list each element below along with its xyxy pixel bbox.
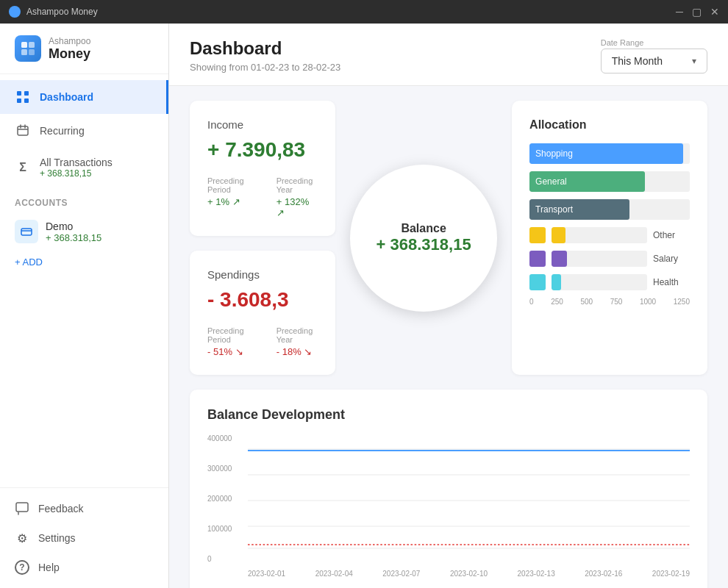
alloc-bar-general: General bbox=[529, 171, 645, 192]
settings-icon: ⚙ bbox=[15, 531, 29, 545]
main-header: Dashboard Showing from 01-02-23 to 28-02… bbox=[169, 24, 728, 86]
maximize-button[interactable]: ▢ bbox=[692, 6, 702, 18]
alloc-row-shopping: Shopping bbox=[529, 143, 690, 164]
spendings-label: Spendings bbox=[207, 268, 318, 281]
sidebar-item-feedback[interactable]: Feedback bbox=[0, 494, 168, 523]
income-preceding-year-label: Preceding Year bbox=[276, 176, 318, 194]
sidebar-item-recurring[interactable]: Recurring bbox=[0, 114, 168, 148]
income-card: Income + 7.390,83 Preceding Period + 1% … bbox=[190, 101, 335, 236]
minimize-button[interactable]: ─ bbox=[676, 6, 683, 18]
alloc-row-salary: Salary bbox=[529, 251, 690, 267]
income-label: Income bbox=[207, 118, 318, 131]
svg-rect-3 bbox=[29, 49, 35, 55]
page-subtitle: Showing from 01-02-23 to 28-02-23 bbox=[190, 62, 340, 73]
allocation-title: Allocation bbox=[529, 118, 690, 132]
balance-overlay: Balance + 368.318,15 bbox=[350, 101, 497, 375]
spendings-preceding-year-label: Preceding Year bbox=[276, 326, 318, 344]
alloc-color-other bbox=[529, 227, 546, 243]
sidebar-item-help[interactable]: ? Help bbox=[0, 553, 168, 582]
alloc-color-health bbox=[529, 274, 546, 290]
sidebar-bottom: Feedback ⚙ Settings ? Help bbox=[0, 487, 168, 588]
income-preceding-period-label: Preceding Period bbox=[207, 176, 254, 194]
svg-rect-4 bbox=[17, 91, 21, 96]
dashboard-grid: Income + 7.390,83 Preceding Period + 1% … bbox=[169, 86, 728, 588]
svg-rect-6 bbox=[17, 98, 21, 103]
chart-x-labels: 2023-02-012023-02-042023-02-072023-02-10… bbox=[248, 570, 690, 578]
balance-development-card: Balance Development 40000030000020000010… bbox=[190, 390, 707, 588]
transactions-icon: Σ bbox=[15, 159, 31, 176]
date-range-button[interactable]: This Month ▾ bbox=[601, 49, 707, 74]
dashboard-icon bbox=[15, 89, 31, 105]
svg-rect-2 bbox=[21, 49, 27, 55]
accounts-section-label: Accounts bbox=[0, 187, 168, 212]
help-icon: ? bbox=[15, 560, 29, 575]
sidebar-item-recurring-label: Recurring bbox=[40, 125, 85, 137]
alloc-row-health: Health bbox=[529, 274, 690, 290]
top-section: Income + 7.390,83 Preceding Period + 1% … bbox=[190, 101, 707, 375]
page-title: Dashboard bbox=[190, 38, 340, 59]
balance-dev-chart: 4000003000002000001000000 2 bbox=[207, 434, 690, 578]
income-preceding-period-value: + 1% ↗ bbox=[207, 196, 254, 207]
sidebar-item-dashboard-label: Dashboard bbox=[40, 91, 93, 103]
feedback-icon bbox=[15, 501, 29, 516]
add-account-label: + ADD bbox=[15, 257, 43, 268]
account-name: Demo bbox=[46, 220, 101, 232]
balance-dev-title: Balance Development bbox=[207, 407, 690, 423]
date-range-label: Date Range bbox=[601, 38, 707, 47]
alloc-row-transport: Transport bbox=[529, 199, 690, 220]
svg-rect-0 bbox=[21, 42, 27, 48]
allocation-chart: ShoppingGeneralTransportOtherSalaryHealt… bbox=[529, 143, 690, 290]
alloc-color-salary bbox=[529, 251, 546, 267]
recurring-icon bbox=[15, 123, 31, 139]
spendings-preceding-year-value: - 18% ↘ bbox=[276, 346, 318, 357]
spendings-value: - 3.608,3 bbox=[207, 288, 318, 312]
chart-y-labels: 4000003000002000001000000 bbox=[207, 434, 232, 563]
spendings-preceding-period-label: Preceding Period bbox=[207, 326, 254, 344]
logo-icon bbox=[15, 35, 41, 62]
settings-label: Settings bbox=[38, 532, 76, 544]
logo-app: Money bbox=[49, 46, 90, 62]
allocation-card: Allocation ShoppingGeneralTransportOther… bbox=[512, 101, 707, 375]
balance-label: Balance bbox=[401, 222, 446, 235]
sidebar-item-dashboard[interactable]: Dashboard bbox=[0, 80, 168, 114]
window-controls[interactable]: ─ ▢ ✕ bbox=[676, 6, 719, 18]
logo-brand: Ashampoo bbox=[49, 36, 90, 46]
balance-circle: Balance + 368.318,15 bbox=[350, 165, 497, 312]
app-icon bbox=[9, 6, 21, 18]
spendings-preceding-period-value: - 51% ↘ bbox=[207, 346, 254, 357]
spendings-card: Spendings - 3.608,3 Preceding Period - 5… bbox=[190, 251, 335, 375]
date-range-selector: Date Range This Month ▾ bbox=[601, 38, 707, 74]
sidebar-item-settings[interactable]: ⚙ Settings bbox=[0, 523, 168, 553]
alloc-row-other: Other bbox=[529, 227, 690, 243]
chevron-down-icon: ▾ bbox=[692, 56, 696, 66]
income-value: + 7.390,83 bbox=[207, 138, 318, 162]
svg-rect-12 bbox=[21, 229, 32, 235]
title-bar-text: Ashampoo Money bbox=[26, 7, 98, 17]
sidebar: Ashampoo Money Dashboard bbox=[0, 24, 169, 588]
title-bar: Ashampoo Money ─ ▢ ✕ bbox=[0, 0, 728, 24]
balance-value: + 368.318,15 bbox=[377, 235, 471, 254]
left-stats: Income + 7.390,83 Preceding Period + 1% … bbox=[190, 101, 335, 375]
close-button[interactable]: ✕ bbox=[710, 6, 719, 18]
add-account-button[interactable]: + ADD bbox=[0, 251, 168, 273]
date-range-value: This Month bbox=[612, 55, 663, 67]
svg-rect-14 bbox=[16, 503, 28, 512]
svg-rect-8 bbox=[18, 126, 28, 135]
svg-rect-7 bbox=[24, 98, 29, 103]
alloc-bar-shopping: Shopping bbox=[529, 143, 683, 164]
account-balance: + 368.318,15 bbox=[46, 232, 101, 243]
sidebar-item-transactions-label: All Transactions bbox=[40, 157, 113, 168]
sidebar-logo: Ashampoo Money bbox=[0, 24, 168, 74]
alloc-bar-transport: Transport bbox=[529, 199, 629, 220]
help-label: Help bbox=[38, 562, 60, 573]
sidebar-nav: Dashboard Recurring Σ bbox=[0, 74, 168, 487]
alloc-row-general: General bbox=[529, 171, 690, 192]
svg-rect-5 bbox=[24, 91, 29, 96]
sidebar-account-demo[interactable]: Demo + 368.318,15 bbox=[0, 212, 168, 251]
feedback-label: Feedback bbox=[38, 503, 83, 514]
income-preceding-year-value: + 132% ↗ bbox=[276, 196, 318, 218]
main-content: Dashboard Showing from 01-02-23 to 28-02… bbox=[169, 24, 728, 588]
sidebar-item-all-transactions[interactable]: Σ All Transactions + 368.318,15 bbox=[0, 148, 168, 187]
svg-rect-1 bbox=[29, 42, 35, 48]
sidebar-item-transactions-balance: + 368.318,15 bbox=[40, 168, 113, 179]
